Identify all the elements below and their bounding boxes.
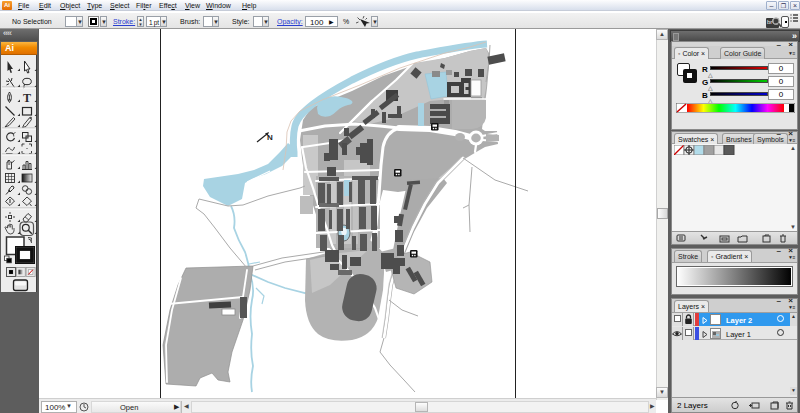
svg-text:T: T bbox=[23, 91, 31, 105]
svg-text:N: N bbox=[267, 133, 273, 142]
